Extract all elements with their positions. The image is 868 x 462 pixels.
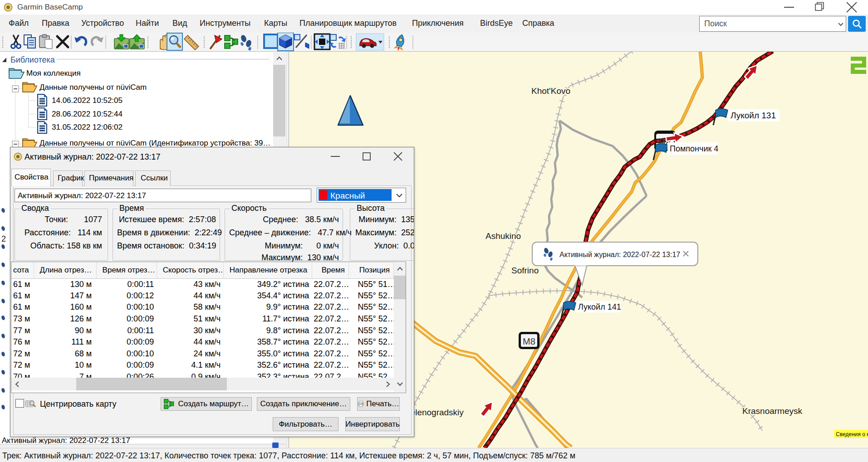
svg-text:Khot'Kovo: Khot'Kovo — [531, 86, 570, 96]
svg-text:Krasnoarmeysk: Krasnoarmeysk — [742, 406, 802, 416]
svg-text:Лукойл 141: Лукойл 141 — [578, 302, 621, 311]
svg-text:Сведения о к: Сведения о к — [836, 431, 868, 438]
svg-text:Лукойл 131: Лукойл 131 — [731, 111, 776, 120]
svg-text:Ashukino: Ashukino — [485, 231, 521, 241]
svg-text:Sofrino: Sofrino — [511, 266, 539, 275]
svg-text:Помпончик 4: Помпончик 4 — [670, 144, 718, 153]
svg-text:М8: М8 — [523, 336, 535, 346]
svg-text:Активный журнал: 2022-07-22 13: Активный журнал: 2022-07-22 13:17 — [559, 251, 680, 258]
